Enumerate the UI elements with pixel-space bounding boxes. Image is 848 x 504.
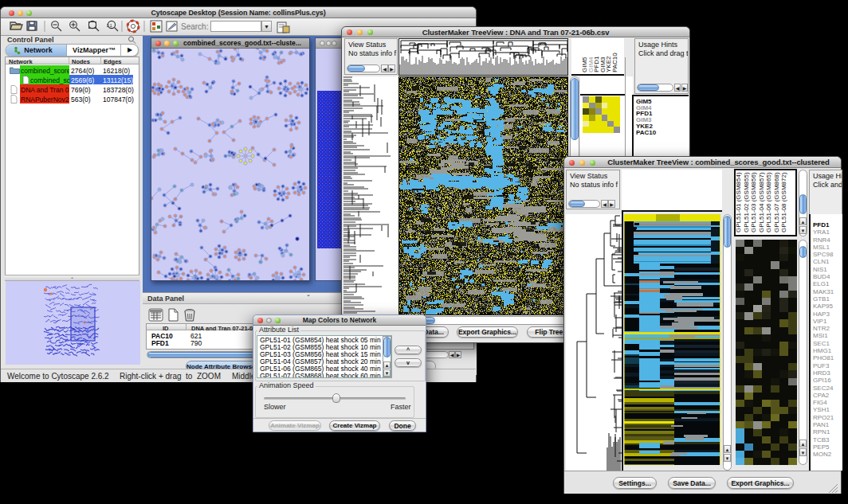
svg-text:1:1: 1:1 xyxy=(107,23,112,28)
